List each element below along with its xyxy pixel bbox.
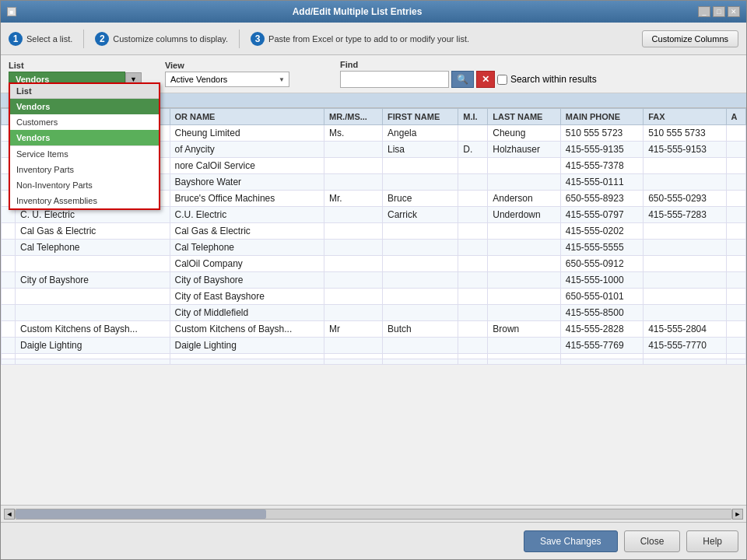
table-cell — [458, 354, 488, 359]
table-cell — [324, 240, 383, 256]
maximize-button[interactable]: □ — [713, 6, 725, 17]
table-cell — [324, 207, 383, 223]
table-row[interactable]: CalOil Company650-555-0912 — [2, 256, 746, 272]
table-row[interactable]: Daigle LightingDaigle Lighting415-555-77… — [2, 338, 746, 354]
dropdown-vendors-selected[interactable]: Vendors — [10, 99, 159, 114]
save-changes-button[interactable]: Save Changes — [524, 530, 618, 552]
table-row[interactable]: City of BayshoreCity of Bayshore415-555-… — [2, 272, 746, 289]
table-cell — [644, 272, 726, 289]
table-cell: City of Middlefield — [170, 305, 324, 321]
table-cell — [458, 191, 488, 207]
dropdown-inventory-assemblies[interactable]: Inventory Assemblies — [10, 193, 159, 208]
table-row[interactable] — [2, 359, 746, 365]
step-2-circle: 2 — [95, 32, 109, 46]
table-cell: 415-555-9135 — [560, 142, 643, 158]
dropdown-vendors-active[interactable]: Vendors — [10, 130, 159, 145]
table-row[interactable]: Custom Kitchens of Baysh...Custom Kitche… — [2, 321, 746, 338]
table-row[interactable] — [2, 354, 746, 359]
list-dropdown-overlay: List Vendors Customers Vendors Service I… — [9, 82, 160, 210]
step-2-label: Customize columns to display. — [113, 34, 228, 44]
close-button[interactable]: ✕ — [728, 6, 740, 17]
table-cell — [383, 354, 458, 359]
table-cell: Bruce — [383, 191, 458, 207]
horizontal-scrollbar[interactable]: ◄ ► — [1, 505, 746, 522]
title-bar: ■ Add/Edit Multiple List Entries _ □ ✕ — [1, 1, 746, 23]
table-cell — [644, 223, 726, 240]
table-cell: 415-555-5555 — [560, 240, 643, 256]
search-within-checkbox[interactable] — [497, 75, 507, 85]
col-header-main-phone: MAIN PHONE — [560, 109, 643, 125]
table-cell: 415-555-2804 — [644, 321, 726, 338]
table-cell — [726, 354, 745, 359]
table-cell — [383, 272, 458, 289]
table-cell — [488, 354, 561, 359]
table-cell: Cal Telephone — [170, 240, 324, 256]
table-row[interactable]: Cal Gas & ElectricCal Gas & Electric415-… — [2, 223, 746, 240]
table-cell — [644, 158, 726, 174]
table-cell — [488, 272, 561, 289]
table-cell — [488, 158, 561, 174]
table-cell: 415-555-0202 — [560, 223, 643, 240]
table-cell — [488, 305, 561, 321]
table-cell: 510 555 5723 — [560, 125, 643, 142]
view-dropdown[interactable]: Active Vendors All Vendors Inactive Vend… — [165, 72, 289, 87]
table-row[interactable]: City of East Bayshore650-555-0101 — [2, 289, 746, 305]
table-cell: Underdown — [488, 207, 561, 223]
find-section: Find 🔍 ✕ Search within results — [340, 60, 597, 88]
table-cell — [458, 289, 488, 305]
table-cell — [488, 359, 561, 365]
table-cell — [458, 256, 488, 272]
table-cell — [644, 256, 726, 272]
table-row[interactable]: Cal TelephoneCal Telephone415-555-5555 — [2, 240, 746, 256]
close-button[interactable]: Close — [624, 530, 681, 552]
dropdown-inventory-parts[interactable]: Inventory Parts — [10, 162, 159, 177]
table-cell: Daigle Lighting — [170, 338, 324, 354]
table-cell — [324, 272, 383, 289]
table-cell — [726, 256, 745, 272]
help-button[interactable]: Help — [686, 530, 738, 552]
dropdown-service-items[interactable]: Service Items — [10, 146, 159, 162]
find-clear-button[interactable]: ✕ — [476, 71, 495, 88]
scroll-left-button[interactable]: ◄ — [4, 509, 15, 520]
table-cell: 415-555-2828 — [560, 321, 643, 338]
table-cell: City of East Bayshore — [170, 289, 324, 305]
table-cell: 415-555-9153 — [644, 142, 726, 158]
table-cell — [726, 240, 745, 256]
system-menu-icon[interactable]: ■ — [7, 7, 16, 16]
main-window: ■ Add/Edit Multiple List Entries _ □ ✕ 1… — [0, 0, 747, 560]
table-cell — [458, 305, 488, 321]
table-cell: Cheung Limited — [170, 125, 324, 142]
table-cell — [16, 256, 170, 272]
table-cell — [726, 272, 745, 289]
dropdown-customers[interactable]: Customers — [10, 114, 159, 130]
table-cell: 415-555-7769 — [560, 338, 643, 354]
row-indicator — [2, 223, 16, 240]
table-cell — [324, 142, 383, 158]
table-cell: Carrick — [383, 207, 458, 223]
table-cell: 415-555-7770 — [644, 338, 726, 354]
table-cell — [488, 174, 561, 191]
table-cell: 415-555-7378 — [560, 158, 643, 174]
table-row[interactable]: City of Middlefield415-555-8500 — [2, 305, 746, 321]
minimize-button[interactable]: _ — [698, 6, 710, 17]
table-cell — [383, 289, 458, 305]
controls-row: List Vendors ▼ List Vendors Customers Ve… — [1, 55, 746, 93]
col-header-mr-ms: MR./MS... — [324, 109, 383, 125]
row-indicator — [2, 305, 16, 321]
table-cell — [488, 240, 561, 256]
table-cell — [458, 240, 488, 256]
table-cell: 650-555-0912 — [560, 256, 643, 272]
find-input[interactable] — [340, 71, 449, 88]
window-title: Add/Edit Multiple List Entries — [16, 6, 698, 17]
table-cell — [644, 305, 726, 321]
find-search-button[interactable]: 🔍 — [451, 71, 474, 88]
table-cell: Lisa — [383, 142, 458, 158]
table-cell — [458, 158, 488, 174]
table-cell: Mr — [324, 321, 383, 338]
scroll-right-button[interactable]: ► — [732, 509, 743, 520]
scroll-track[interactable] — [15, 509, 732, 520]
table-cell — [170, 354, 324, 359]
customize-columns-button[interactable]: Customize Columns — [642, 30, 738, 47]
step-3-label: Paste from Excel or type to add to or mo… — [268, 34, 469, 44]
dropdown-non-inventory-parts[interactable]: Non-Inventory Parts — [10, 177, 159, 193]
